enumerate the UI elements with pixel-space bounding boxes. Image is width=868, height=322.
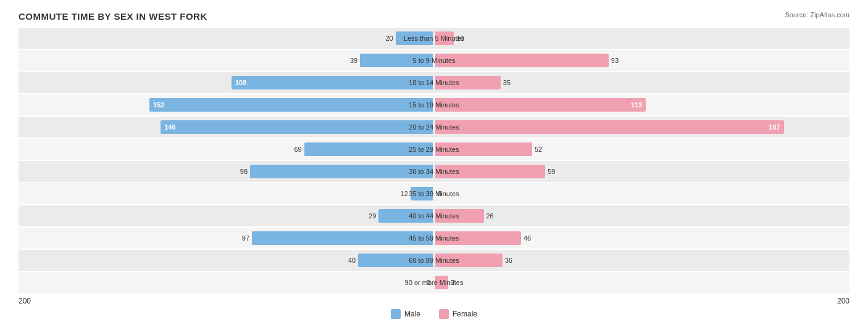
bar-row: 39 5 to 9 Minutes 93 [19,50,849,71]
axis-left: 200 [19,297,434,305]
female-val-0: 10 [456,35,464,42]
left-section-2: 108 [19,72,434,93]
right-section-10: 36 [434,250,849,271]
female-val-11: 7 [451,279,454,286]
right-section-7: 0 [434,183,849,204]
right-section-9: 46 [434,228,849,249]
right-section-8: 26 [434,205,849,226]
left-section-3: 152 [19,94,434,115]
left-section-10: 40 [19,250,434,271]
left-section-7: 12 [19,183,434,204]
bar-row: 97 45 to 59 Minutes 46 [19,228,849,249]
axis-right: 200 [434,297,849,305]
bar-male-4: 146 [161,120,433,134]
male-val-0: 20 [385,35,393,42]
bar-row: 40 60 to 89 Minutes 36 [19,250,849,271]
bar-female-3: 113 [435,98,646,112]
right-section-5: 52 [434,139,849,160]
bar-female-4: 187 [435,120,784,134]
left-section-8: 29 [19,205,434,226]
right-section-3: 113 [434,94,849,115]
bar-female-8: 26 [435,209,484,223]
chart-title: COMMUTE TIME BY SEX IN WEST FORK [19,11,849,22]
bar-female-9: 46 [435,231,521,245]
right-section-1: 93 [434,50,849,71]
left-section-6: 98 [19,161,434,182]
bar-male-5: 69 [304,142,433,156]
bar-female-10: 36 [435,254,503,267]
bar-row: 146 20 to 24 Minutes 187 [19,117,849,138]
bar-male-7: 12 [411,187,433,200]
right-section-2: 35 [434,72,849,93]
female-val-5: 52 [535,146,542,153]
female-val-9: 46 [524,234,531,242]
male-val-10: 40 [348,257,356,264]
bar-male-0: 20 [396,31,433,45]
source-label: Source: ZipAtlas.com [785,11,849,19]
male-val-1: 39 [350,57,357,64]
left-section-11: 0 [19,272,434,293]
female-val-2: 35 [503,79,511,86]
bar-female-5: 52 [435,142,532,156]
male-color-box [391,309,401,319]
male-val-5: 69 [294,146,301,153]
rows-wrapper: 20 Less than 5 Minutes 10 39 5 to 9 Minu… [19,28,849,293]
right-section-4: 187 [434,117,849,138]
male-val-inside-4: 146 [164,123,175,131]
legend-female: Female [439,309,477,319]
bar-row: 152 15 to 19 Minutes 113 [19,94,849,115]
bar-male-8: 29 [378,209,433,223]
female-val-1: 93 [611,57,619,64]
left-section-4: 146 [19,117,434,138]
bar-row: 108 10 to 14 Minutes 35 [19,72,849,93]
female-val-6: 59 [548,168,555,175]
bar-male-1: 39 [360,54,433,67]
bar-row: 69 25 to 29 Minutes 52 [19,139,849,160]
female-val-8: 26 [486,212,494,220]
right-section-0: 10 [434,28,849,49]
bar-male-2: 108 [232,76,433,89]
bar-female-11: 7 [435,276,448,289]
male-label: Male [404,310,420,318]
right-section-6: 59 [434,161,849,182]
bar-male-9: 97 [252,231,433,245]
bar-row: 0 90 or more Minutes 7 [19,272,849,293]
bar-female-6: 59 [435,165,545,178]
bar-male-10: 40 [358,254,433,267]
left-section-5: 69 [19,139,434,160]
legend: Male Female [19,309,849,319]
left-section-1: 39 [19,50,434,71]
female-color-box [439,309,449,319]
female-label: Female [453,310,477,318]
bar-row: 29 40 to 44 Minutes 26 [19,205,849,226]
bar-female-1: 93 [435,54,609,67]
legend-male: Male [391,309,420,319]
male-val-8: 29 [369,212,376,220]
bar-female-2: 35 [435,76,501,89]
female-val-inside-4: 187 [769,123,780,131]
male-val-inside-3: 152 [153,101,164,109]
male-val-11: 0 [427,279,430,286]
right-section-11: 7 [434,272,849,293]
male-val-9: 97 [242,234,249,242]
female-val-7: 0 [438,190,441,197]
bar-row: 98 30 to 34 Minutes 59 [19,161,849,182]
bar-row: 20 Less than 5 Minutes 10 [19,28,849,49]
bar-male-3: 152 [149,98,433,112]
left-section-9: 97 [19,228,434,249]
chart-container: COMMUTE TIME BY SEX IN WEST FORK Source:… [0,0,868,322]
bar-female-0: 10 [435,31,454,45]
male-val-inside-2: 108 [235,79,246,86]
bar-male-6: 98 [250,165,433,178]
female-val-inside-3: 113 [631,101,642,109]
male-val-7: 12 [401,190,408,197]
bar-row: 12 35 to 39 Minutes 0 [19,183,849,204]
female-val-10: 36 [505,257,512,264]
axis-row: 200 200 [19,297,849,305]
male-val-6: 98 [240,168,248,175]
left-section-0: 20 [19,28,434,49]
